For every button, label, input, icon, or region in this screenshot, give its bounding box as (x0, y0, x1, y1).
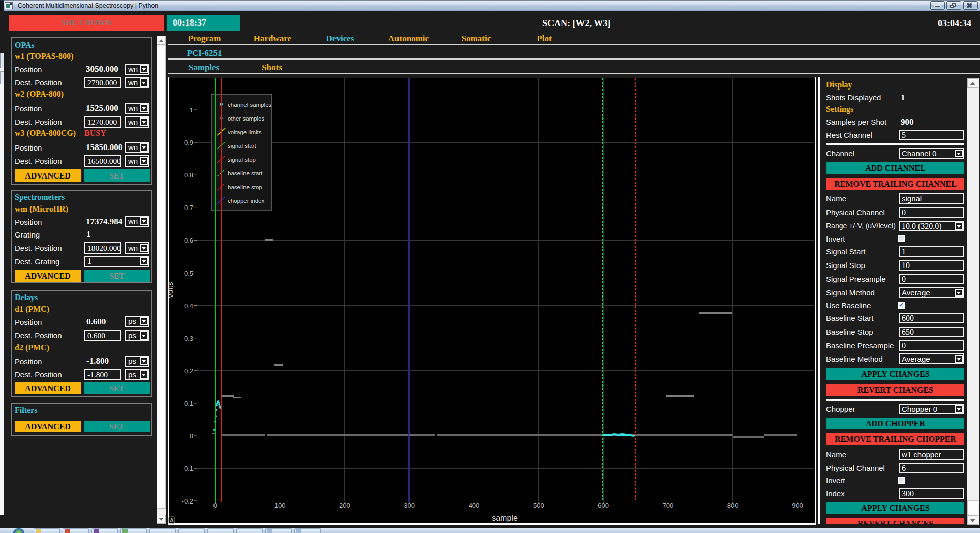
svg-text:A: A (170, 517, 174, 523)
svg-text:volts: volts (168, 282, 174, 298)
svg-text:chopper index: chopper index (228, 198, 264, 204)
svg-text:0: 0 (190, 432, 193, 440)
svg-text:0.8: 0.8 (184, 171, 193, 179)
svg-text:voltage limits: voltage limits (228, 129, 262, 135)
svg-text:1: 1 (190, 106, 193, 114)
svg-text:0.7: 0.7 (184, 204, 193, 212)
svg-text:baseline start: baseline start (228, 170, 263, 176)
svg-text:signal stop: signal stop (228, 157, 256, 163)
svg-text:0.5: 0.5 (184, 270, 193, 277)
svg-text:-0.1: -0.1 (182, 465, 193, 472)
svg-text:other samples: other samples (228, 115, 264, 122)
svg-text:0.2: 0.2 (184, 367, 193, 375)
svg-text:sample: sample (492, 514, 518, 522)
svg-text:0.6: 0.6 (184, 236, 193, 244)
svg-text:0.4: 0.4 (184, 302, 193, 310)
svg-text:channel samples: channel samples (228, 102, 272, 108)
svg-text:baseline stop: baseline stop (228, 184, 262, 190)
svg-text:0.9: 0.9 (184, 139, 193, 146)
svg-text:0.1: 0.1 (184, 400, 193, 407)
svg-text:0.3: 0.3 (184, 335, 193, 342)
svg-text:-0.2: -0.2 (182, 497, 193, 505)
svg-text:signal start: signal start (228, 143, 256, 149)
